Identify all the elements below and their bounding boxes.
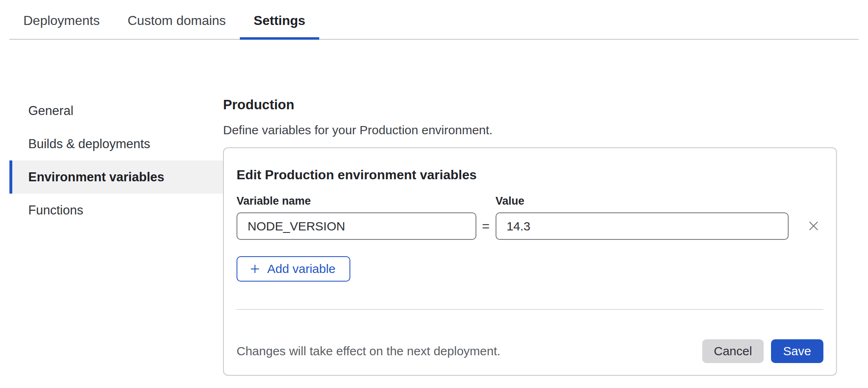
cancel-button[interactable]: Cancel	[702, 339, 763, 363]
section-title: Production	[223, 97, 837, 113]
section-description: Define variables for your Production env…	[223, 123, 837, 138]
save-button[interactable]: Save	[771, 339, 823, 363]
card-title: Edit Production environment variables	[237, 167, 823, 183]
content: General Builds & deployments Environment…	[0, 40, 868, 376]
settings-sidebar: General Builds & deployments Environment…	[0, 94, 223, 227]
tab-deployments[interactable]: Deployments	[9, 0, 114, 39]
environment-variables-card: Edit Production environment variables Va…	[223, 147, 837, 376]
main-panel: Production Define variables for your Pro…	[223, 94, 837, 376]
page: Deployments Custom domains Settings Gene…	[0, 0, 868, 388]
card-divider	[237, 309, 823, 310]
tab-settings[interactable]: Settings	[240, 0, 319, 39]
variable-name-field: Variable name	[237, 194, 476, 240]
variable-value-input[interactable]	[496, 212, 789, 240]
variable-value-field: Value	[496, 194, 789, 240]
close-icon	[807, 219, 821, 233]
tab-bar: Deployments Custom domains Settings	[9, 0, 859, 40]
add-variable-label: Add variable	[267, 262, 336, 276]
remove-variable-button[interactable]	[804, 216, 823, 236]
add-variable-button[interactable]: Add variable	[237, 256, 350, 282]
sidebar-item-general[interactable]: General	[9, 94, 223, 127]
footer-actions: Cancel Save	[702, 339, 823, 363]
footer-note: Changes will take effect on the next dep…	[237, 344, 501, 358]
variable-name-input[interactable]	[237, 212, 476, 240]
variable-name-label: Variable name	[237, 194, 476, 208]
equals-sign: =	[476, 212, 496, 240]
plus-icon	[249, 263, 261, 275]
tab-custom-domains[interactable]: Custom domains	[114, 0, 240, 39]
sidebar-item-environment-variables[interactable]: Environment variables	[9, 160, 223, 194]
sidebar-item-builds-deployments[interactable]: Builds & deployments	[9, 127, 223, 160]
card-footer: Changes will take effect on the next dep…	[237, 339, 823, 363]
variable-row: Variable name = Value	[237, 194, 823, 240]
value-label: Value	[496, 194, 789, 208]
sidebar-item-functions[interactable]: Functions	[9, 194, 223, 227]
